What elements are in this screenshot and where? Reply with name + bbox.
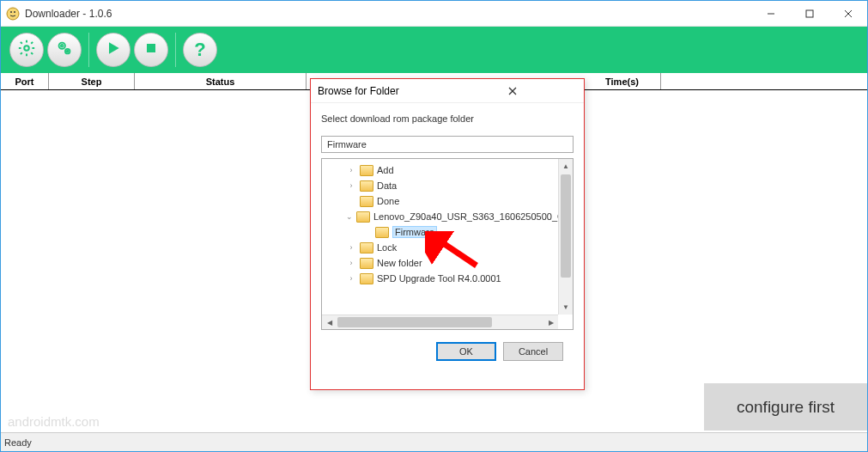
scroll-thumb[interactable]: [561, 174, 571, 278]
toolbar-separator: [88, 33, 89, 67]
maximize-button[interactable]: [790, 1, 829, 26]
tree-vertical-scrollbar[interactable]: ▲ ▼: [558, 159, 573, 315]
scroll-up-arrow[interactable]: ▲: [559, 159, 573, 174]
tree-horizontal-scrollbar[interactable]: ◀ ▶: [322, 315, 558, 329]
browse-folder-dialog: Browse for Folder Select download rom pa…: [310, 78, 585, 390]
chevron-right-icon[interactable]: ›: [346, 243, 356, 252]
svg-point-2: [14, 11, 15, 13]
col-extra[interactable]: [661, 73, 867, 89]
chevron-right-icon[interactable]: ›: [346, 166, 356, 174]
tree-item-label: Add: [377, 165, 394, 175]
gears-button[interactable]: [47, 33, 82, 67]
stop-button[interactable]: [134, 33, 168, 67]
tree-item[interactable]: ›SPD Upgrade Tool R4.0.0001: [322, 271, 573, 286]
tree-item[interactable]: ›Lock: [322, 240, 573, 255]
folder-icon: [356, 211, 370, 223]
dialog-titlebar: Browse for Folder: [311, 79, 584, 103]
minimize-button[interactable]: [751, 1, 790, 26]
col-time[interactable]: Time(s): [584, 73, 661, 89]
folder-icon: [360, 273, 373, 284]
chevron-right-icon[interactable]: ›: [346, 274, 356, 283]
chevron-right-icon[interactable]: ›: [346, 259, 356, 267]
close-button[interactable]: [829, 1, 867, 26]
dialog-title: Browse for Folder: [318, 85, 447, 97]
stop-icon: [143, 40, 160, 60]
svg-point-8: [59, 43, 65, 49]
help-button[interactable]: ?: [183, 33, 217, 67]
svg-point-11: [67, 51, 69, 52]
tree-item-label: SPD Upgrade Tool R4.0.0001: [377, 273, 501, 284]
scroll-thumb[interactable]: [337, 317, 492, 327]
col-port[interactable]: Port: [1, 73, 49, 89]
svg-point-1: [10, 11, 12, 13]
status-bar: Ready: [1, 432, 867, 451]
tree-item-label: Firmware: [392, 226, 437, 238]
status-text: Ready: [4, 437, 32, 448]
svg-point-0: [7, 8, 19, 20]
tree-item-label: Done: [377, 196, 399, 206]
chevron-down-icon[interactable]: ⌄: [346, 212, 353, 221]
tree-item[interactable]: ›New folder: [322, 255, 573, 271]
settings-button[interactable]: [9, 33, 44, 67]
gear-icon: [17, 39, 36, 61]
question-icon: ?: [194, 39, 205, 61]
scroll-down-arrow[interactable]: ▼: [559, 300, 573, 315]
tree-item[interactable]: ›Data: [322, 178, 573, 193]
col-status[interactable]: Status: [135, 73, 307, 89]
folder-path-input[interactable]: Firmware: [321, 136, 574, 153]
tree-item[interactable]: ›Add: [322, 162, 573, 178]
tree-item[interactable]: ⌄Lenovo_Z90a40_USR_S363_1606250500_Q202: [322, 209, 573, 224]
svg-point-7: [24, 46, 29, 51]
ok-button[interactable]: OK: [436, 342, 496, 361]
double-gear-icon: [55, 39, 74, 61]
tree-item[interactable]: Done: [322, 193, 573, 209]
folder-icon: [360, 242, 373, 253]
toolbar-separator: [175, 33, 176, 67]
col-step[interactable]: Step: [49, 73, 135, 89]
dialog-prompt: Select download rom package folder: [321, 113, 574, 124]
watermark: androidmtk.com: [8, 414, 100, 429]
scroll-right-arrow[interactable]: ▶: [543, 315, 558, 329]
tree-item-label: Lock: [377, 242, 397, 253]
configure-overlay[interactable]: configure first: [704, 383, 867, 431]
folder-tree[interactable]: ›Add›DataDone⌄Lenovo_Z90a40_USR_S363_160…: [321, 158, 574, 330]
folder-icon: [360, 180, 373, 192]
start-button[interactable]: [96, 33, 131, 67]
app-icon: [6, 7, 20, 21]
chevron-right-icon[interactable]: ›: [346, 181, 356, 190]
window-title: Downloader - 1.0.6: [25, 8, 751, 20]
play-icon: [105, 40, 122, 60]
folder-icon: [360, 196, 373, 207]
folder-icon: [360, 258, 373, 269]
tree-item[interactable]: Firmware: [322, 224, 573, 240]
window-controls: [751, 1, 867, 26]
dialog-close-button[interactable]: [447, 84, 577, 98]
folder-icon: [360, 165, 373, 176]
folder-icon: [375, 227, 389, 238]
scroll-left-arrow[interactable]: ◀: [322, 315, 337, 329]
tree-item-label: Data: [377, 180, 397, 191]
svg-point-9: [61, 45, 64, 47]
svg-rect-12: [147, 44, 155, 52]
tree-item-label: Lenovo_Z90a40_USR_S363_1606250500_Q202: [373, 211, 574, 222]
cancel-button[interactable]: Cancel: [503, 342, 563, 361]
tree-item-label: New folder: [377, 258, 422, 268]
svg-rect-4: [806, 10, 813, 17]
toolbar: ?: [1, 27, 867, 73]
titlebar: Downloader - 1.0.6: [1, 1, 867, 27]
